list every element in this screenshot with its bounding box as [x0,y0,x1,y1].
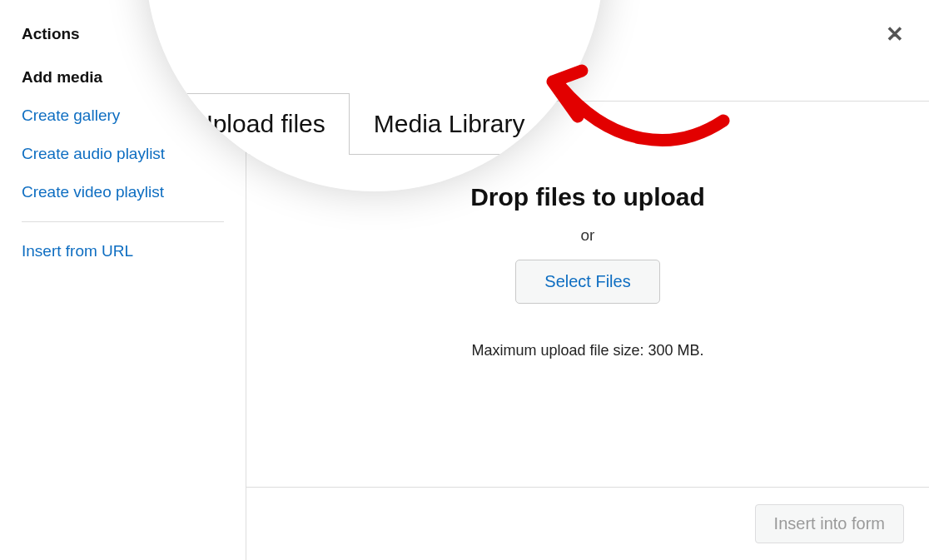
drop-or-text: or [581,226,595,245]
footer-bar: Insert into form [246,487,929,560]
drop-title: Drop files to upload [470,183,705,211]
max-upload-size: Maximum upload file size: 300 MB. [471,342,703,359]
link-insert-from-url[interactable]: Insert from URL [22,242,224,260]
link-create-video-playlist[interactable]: Create video playlist [22,183,224,201]
link-create-audio-playlist[interactable]: Create audio playlist [22,145,224,163]
insert-into-form-button[interactable]: Insert into form [755,504,904,543]
sidebar-divider [22,221,224,222]
link-create-gallery[interactable]: Create gallery [22,107,224,125]
close-icon[interactable]: ✕ [886,22,904,47]
select-files-button[interactable]: Select Files [515,260,659,304]
